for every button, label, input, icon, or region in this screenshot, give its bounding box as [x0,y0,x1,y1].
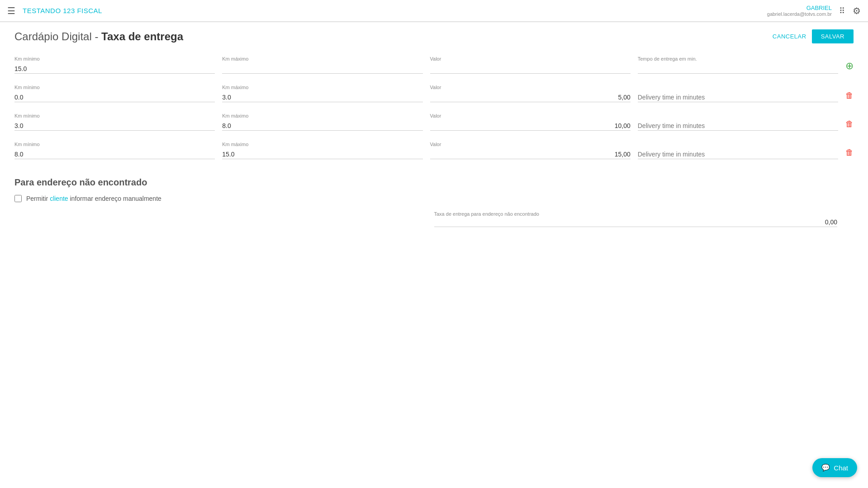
user-name: GABRIEL [767,5,832,11]
valor-label-3: Valor [430,142,631,147]
top-nav: ☰ TESTANDO 123 FISCAL GABRIEL gabriel.la… [0,0,868,22]
tempo-group-3 [638,147,838,159]
page-header: Cardápio Digital - Taxa de entrega CANCE… [0,22,868,47]
delivery-rows-container: Km mínimo Km máximo Valor Tempo de entre… [14,51,854,165]
page-title: Cardápio Digital - Taxa de entrega [14,30,183,43]
manual-address-label: Permitir cliente informar endereço manua… [26,195,161,202]
delete-row-button-2[interactable]: 🗑 [845,119,854,129]
tempo-input-1[interactable] [638,93,838,102]
km-maximo-group-0: Km máximo [222,56,422,74]
valor-input-2[interactable] [430,121,631,131]
km-maximo-input-3[interactable] [222,150,422,159]
km-minimo-input-0[interactable] [14,64,215,74]
user-info: GABRIEL gabriel.lacerda@totvs.com.br [767,5,832,17]
km-minimo-label-3: Km mínimo [14,142,215,147]
tempo-input-0[interactable] [638,64,838,74]
valor-group-1: Valor [430,85,631,102]
tempo-group-2 [638,118,838,131]
tempo-group-0: Tempo de entrega em min. [638,56,838,74]
nav-right: GABRIEL gabriel.lacerda@totvs.com.br ⠿ ⚙ [767,5,861,17]
not-found-tax-input[interactable] [434,218,838,227]
km-maximo-input-0[interactable] [222,64,422,74]
valor-input-3[interactable] [430,150,631,159]
manual-address-checkbox-row: Permitir cliente informar endereço manua… [14,195,854,202]
row-action-0: ⊕ [845,60,854,74]
not-found-tax-container: Taxa de entrega para endereço não encont… [434,211,854,227]
valor-label-1: Valor [430,85,631,90]
not-found-tax-label: Taxa de entrega para endereço não encont… [434,211,838,217]
tempo-group-1 [638,90,838,102]
km-minimo-label-0: Km mínimo [14,56,215,62]
tempo-label-0: Tempo de entrega em min. [638,56,838,62]
header-actions: CANCELAR SALVAR [773,29,854,43]
valor-group-0: Valor [430,56,631,74]
km-maximo-label-2: Km máximo [222,113,422,118]
delete-row-button-3[interactable]: 🗑 [845,148,854,157]
km-maximo-label-0: Km máximo [222,56,422,62]
km-minimo-input-2[interactable] [14,121,215,131]
valor-group-3: Valor [430,142,631,159]
valor-label-0: Valor [430,56,631,62]
km-maximo-label-1: Km máximo [222,85,422,90]
app-title: TESTANDO 123 FISCAL [23,7,102,14]
valor-input-1[interactable] [430,93,631,102]
km-minimo-input-1[interactable] [14,93,215,102]
tempo-input-2[interactable] [638,121,838,131]
row-action-1: 🗑 [845,91,854,102]
add-row-button[interactable]: ⊕ [845,60,854,72]
not-found-section: Para endereço não encontrado Permitir cl… [14,177,854,227]
delete-row-button-1[interactable]: 🗑 [845,91,854,100]
title-bold: Taxa de entrega [101,30,183,43]
settings-icon[interactable]: ⚙ [853,5,861,16]
row-action-3: 🗑 [845,148,854,159]
user-email: gabriel.lacerda@totvs.com.br [767,11,832,17]
not-found-title: Para endereço não encontrado [14,177,854,188]
save-button[interactable]: SALVAR [812,29,854,43]
km-minimo-group-3: Km mínimo [14,142,215,159]
main-content: Km mínimo Km máximo Valor Tempo de entre… [0,47,868,242]
delivery-row-2: Km mínimo Km máximo Valor 🗑 [14,108,854,136]
delivery-row-1: Km mínimo Km máximo Valor 🗑 [14,79,854,108]
km-minimo-label-1: Km mínimo [14,85,215,90]
cancel-button[interactable]: CANCELAR [773,33,806,40]
hamburger-icon[interactable]: ☰ [7,5,15,16]
km-minimo-input-3[interactable] [14,150,215,159]
valor-label-2: Valor [430,113,631,118]
cliente-link: cliente [50,195,68,202]
km-maximo-input-2[interactable] [222,121,422,131]
grid-icon[interactable]: ⠿ [839,6,845,16]
valor-group-2: Valor [430,113,631,131]
km-maximo-input-1[interactable] [222,93,422,102]
delivery-row-0: Km mínimo Km máximo Valor Tempo de entre… [14,51,854,79]
row-action-2: 🗑 [845,119,854,131]
valor-input-0[interactable] [430,64,631,74]
km-minimo-group-0: Km mínimo [14,56,215,74]
km-maximo-group-2: Km máximo [222,113,422,131]
tempo-input-3[interactable] [638,150,838,159]
manual-address-checkbox[interactable] [14,195,22,202]
km-minimo-label-2: Km mínimo [14,113,215,118]
delivery-row-3: Km mínimo Km máximo Valor 🗑 [14,136,854,165]
km-maximo-group-1: Km máximo [222,85,422,102]
km-maximo-group-3: Km máximo [222,142,422,159]
nav-left: ☰ TESTANDO 123 FISCAL [7,5,102,16]
km-maximo-label-3: Km máximo [222,142,422,147]
km-minimo-group-1: Km mínimo [14,85,215,102]
title-prefix: Cardápio Digital - [14,30,101,43]
km-minimo-group-2: Km mínimo [14,113,215,131]
